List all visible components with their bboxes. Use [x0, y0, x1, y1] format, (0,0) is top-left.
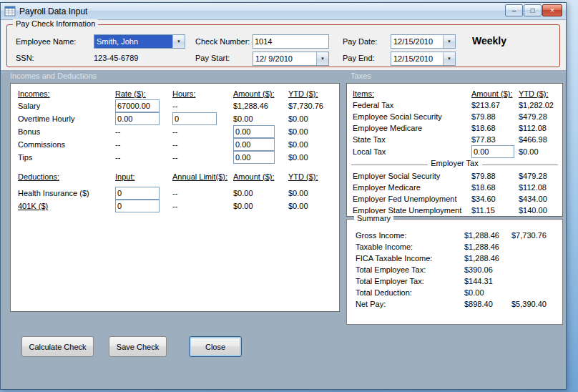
col-incomes: Incomes: — [18, 89, 115, 98]
pay-start-picker[interactable]: 12/ 9/2010 ▼ — [253, 52, 329, 66]
ytd-value: $479.28 — [519, 172, 558, 180]
check-number-input[interactable] — [253, 34, 329, 49]
overtime-rate-input[interactable] — [115, 112, 160, 125]
chevron-down-icon[interactable]: ▼ — [316, 52, 328, 65]
payroll-window: Payroll Data Input – □ × Pay Check Infor… — [0, 2, 567, 390]
summary-row-fica: FICA Taxable Income: $1,288.46 — [356, 253, 562, 264]
income-row-overtime: Overtime Hourly $0.00 $0.00 — [18, 112, 339, 125]
col-amount: Amount ($): — [471, 89, 519, 98]
close-button[interactable]: Close — [189, 336, 242, 357]
ytd-value: $1,282.02 — [519, 101, 562, 109]
employee-name-label: Employee Name: — [16, 37, 76, 46]
col-input: Input: — [115, 172, 172, 181]
amount-value: $1,288.46 — [464, 231, 511, 240]
ytd-value: $0.00 — [288, 202, 339, 210]
incomes-header-row: Incomes: Rate ($): Hours: Amount ($): YT… — [18, 88, 339, 99]
tax-row-state: State Tax $77.83 $466.98 — [353, 134, 562, 145]
401k-input[interactable] — [115, 200, 160, 212]
amount-value: $898.40 — [464, 300, 511, 308]
ytd-value: $0.00 — [288, 127, 339, 136]
amount-value: $34.60 — [471, 195, 519, 203]
summary-row-total-employee-tax: Total Employee Tax: $390.06 — [356, 264, 562, 275]
hours-value: -- — [172, 153, 233, 162]
row-label: Total Employer Tax: — [356, 277, 464, 285]
employee-name-value: Smith, John — [94, 35, 172, 48]
row-label: Net Pay: — [356, 300, 464, 308]
row-label: Salary — [18, 102, 115, 110]
window-controls: – □ × — [505, 4, 562, 16]
hours-value: -- — [172, 140, 233, 149]
col-deductions: Deductions: — [18, 172, 115, 181]
maximize-button[interactable]: □ — [524, 4, 542, 16]
summary-row-net-pay: Net Pay: $898.40 $5,390.40 — [356, 298, 562, 310]
summary-row-total-deduction: Total Deduction: $0.00 — [356, 287, 562, 298]
chevron-down-icon[interactable]: ▼ — [443, 35, 455, 48]
section-taxes: Taxes — [351, 72, 371, 80]
chevron-down-icon[interactable]: ▼ — [172, 35, 185, 48]
ytd-value: $140.00 — [519, 206, 558, 215]
amount-value: $79.88 — [471, 172, 519, 180]
save-check-button[interactable]: Save Check — [109, 336, 167, 357]
calculate-check-button[interactable]: Calculate Check — [21, 336, 94, 357]
taxes-panel: Items: Amount ($): YTD ($): Federal Tax … — [346, 83, 563, 217]
ytd-value: $0.00 — [288, 140, 339, 149]
bonus-amount-input[interactable] — [233, 125, 275, 138]
local-tax-input[interactable] — [471, 145, 514, 158]
row-label: Employee Medicare — [353, 124, 471, 132]
pay-end-value: 12/15/2010 — [391, 52, 443, 65]
row-label: Tips — [18, 153, 115, 162]
tax-row-local: Local Tax $0.00 — [353, 145, 562, 158]
rate-value: -- — [115, 140, 172, 149]
rate-value: -- — [115, 127, 172, 136]
hours-value: -- — [172, 102, 233, 110]
ssn-label: SSN: — [16, 54, 34, 62]
amount-value: $1,288.46 — [464, 242, 511, 251]
tips-amount-input[interactable] — [233, 151, 275, 164]
amount-value: $0.00 — [233, 189, 288, 197]
title-bar[interactable]: Payroll Data Input – □ × — [1, 3, 566, 20]
health-insurance-input[interactable] — [115, 187, 160, 200]
minimize-icon: – — [512, 7, 516, 14]
row-label: Total Deduction: — [356, 288, 464, 297]
pay-end-label: Pay End: — [343, 54, 375, 62]
minimize-button[interactable]: – — [505, 4, 523, 16]
amount-value: $79.88 — [471, 112, 519, 121]
pay-frequency-text: Weekly — [472, 35, 506, 46]
ytd-value: $479.28 — [519, 112, 562, 121]
ytd-value: $0.00 — [288, 114, 339, 123]
paycheck-info-legend: Pay Check Information — [13, 19, 98, 28]
chevron-down-icon[interactable]: ▼ — [443, 52, 455, 65]
app-icon — [4, 6, 16, 16]
tax-row-emp-social-security: Employee Social Security $79.88 $479.28 — [353, 111, 562, 122]
overtime-hours-input[interactable] — [172, 112, 217, 125]
pay-end-picker[interactable]: 12/15/2010 ▼ — [391, 52, 456, 66]
workspace: Incomes and Deductions Taxes Incomes: Ra… — [1, 70, 566, 389]
row-label: Employer Fed Unemployment — [353, 195, 471, 203]
col-ytd: YTD ($): — [519, 89, 562, 98]
summary-groupbox: Summary Gross Income: $1,288.46 $7,730.7… — [346, 219, 563, 325]
pay-date-picker[interactable]: 12/15/2010 ▼ — [391, 34, 456, 49]
summary-legend: Summary — [354, 214, 393, 222]
ytd-value: $0.00 — [519, 147, 562, 156]
close-window-button[interactable]: × — [542, 4, 562, 16]
amount-value: $11.15 — [471, 206, 519, 215]
window-title: Payroll Data Input — [19, 6, 87, 16]
row-label: Overtime Hourly — [18, 114, 115, 123]
check-number-label: Check Number: — [195, 37, 250, 46]
row-label: FICA Taxable Income: — [356, 254, 464, 263]
amount-value: $77.83 — [471, 135, 519, 144]
employee-name-select[interactable]: Smith, John ▼ — [94, 34, 185, 49]
section-incomes-deductions: Incomes and Deductions — [10, 72, 97, 80]
amount-value: $144.31 — [464, 277, 511, 285]
row-label: Commissions — [18, 140, 115, 149]
rate-value: -- — [115, 153, 172, 162]
link-401k[interactable]: 401K ($) — [18, 202, 115, 210]
ytd-value: $5,390.40 — [511, 300, 562, 308]
salary-rate-input[interactable] — [115, 99, 160, 112]
ytd-value: $112.08 — [519, 124, 562, 132]
ytd-value: $466.98 — [519, 135, 562, 144]
hours-value: -- — [172, 127, 233, 136]
tax-row-employer-social-security: Employer Social Security $79.88 $479.28 — [353, 170, 558, 182]
commissions-amount-input[interactable] — [233, 138, 275, 151]
pay-start-value: 12/ 9/2010 — [253, 52, 316, 65]
